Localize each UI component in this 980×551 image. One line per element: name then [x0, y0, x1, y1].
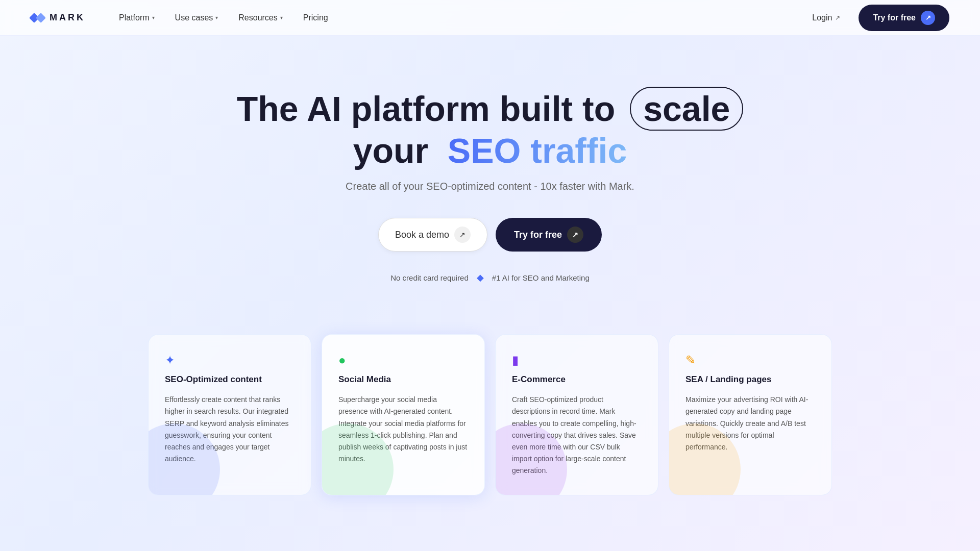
- rank-badge-text: #1 AI for SEO and Marketing: [492, 273, 590, 282]
- nav-label-use-cases: Use cases: [175, 13, 213, 22]
- navbar: MARK Platform ▾ Use cases ▾ Resources ▾ …: [0, 0, 980, 36]
- diamond-icon: ◆: [477, 272, 484, 283]
- nav-label-pricing: Pricing: [303, 13, 328, 22]
- no-credit-card-text: No credit card required: [390, 273, 469, 282]
- login-label: Login: [812, 13, 832, 22]
- arrow-circle-icon: ↗: [567, 227, 583, 243]
- logo-diamond2: [36, 13, 46, 23]
- feature-card-3: ✎ SEA / Landing pages Maximize your adve…: [669, 334, 832, 495]
- hero-scale-badge: scale: [630, 87, 743, 131]
- nav-item-platform[interactable]: Platform ▾: [111, 9, 163, 27]
- chevron-down-icon: ▾: [152, 15, 155, 20]
- hero-badges: No credit card required ◆ #1 AI for SEO …: [390, 272, 590, 283]
- card-icon-1: ●: [338, 353, 468, 367]
- external-link-icon: ↗: [835, 14, 840, 21]
- try-free-nav-label: Try for free: [873, 13, 916, 22]
- arrow-circle-icon: ↗: [921, 11, 935, 25]
- nav-right: Login ↗ Try for free ↗: [804, 5, 949, 31]
- feature-cards: ✦ SEO-Optimized content Effortlessly cre…: [0, 314, 980, 516]
- card-icon-3: ✎: [685, 353, 815, 367]
- nav-item-pricing[interactable]: Pricing: [295, 9, 336, 27]
- arrow-circle-icon: ↗: [454, 227, 471, 243]
- logo-text: MARK: [50, 12, 85, 23]
- login-button[interactable]: Login ↗: [804, 9, 848, 27]
- feature-card-2: ▮ E-Commerce Craft SEO-optimized product…: [495, 334, 658, 495]
- hero-title: The AI platform built to scale your SEO …: [237, 87, 744, 170]
- book-demo-label: Book a demo: [395, 230, 449, 240]
- card-title-0: SEO-Optimized content: [165, 374, 295, 385]
- try-free-hero-label: Try for free: [514, 230, 562, 240]
- hero-title-part2: your: [353, 131, 428, 170]
- logo-icon: [31, 14, 44, 21]
- hero-subtitle: Create all of your SEO-optimized content…: [346, 181, 634, 192]
- chevron-down-icon: ▾: [280, 15, 283, 20]
- hero-section: The AI platform built to scale your SEO …: [0, 36, 980, 314]
- card-icon-2: ▮: [512, 353, 642, 367]
- feature-card-1: ● Social Media Supercharge your social m…: [322, 334, 485, 495]
- logo[interactable]: MARK: [31, 12, 85, 23]
- try-free-hero-button[interactable]: Try for free ↗: [496, 218, 602, 252]
- book-demo-button[interactable]: Book a demo ↗: [378, 218, 487, 252]
- card-icon-0: ✦: [165, 353, 295, 367]
- nav-links: Platform ▾ Use cases ▾ Resources ▾ Prici…: [111, 9, 804, 27]
- hero-buttons: Book a demo ↗ Try for free ↗: [378, 218, 602, 252]
- card-title-3: SEA / Landing pages: [685, 374, 815, 385]
- nav-item-use-cases[interactable]: Use cases ▾: [167, 9, 227, 27]
- hero-title-part1: The AI platform built to: [237, 89, 616, 128]
- card-title-1: Social Media: [338, 374, 468, 385]
- feature-card-0: ✦ SEO-Optimized content Effortlessly cre…: [148, 334, 311, 495]
- nav-item-resources[interactable]: Resources ▾: [230, 9, 290, 27]
- chevron-down-icon: ▾: [215, 15, 218, 20]
- try-free-nav-button[interactable]: Try for free ↗: [859, 5, 949, 31]
- card-title-2: E-Commerce: [512, 374, 642, 385]
- nav-label-platform: Platform: [119, 13, 150, 22]
- hero-seo-text: SEO traffic: [448, 131, 627, 170]
- nav-label-resources: Resources: [238, 13, 277, 22]
